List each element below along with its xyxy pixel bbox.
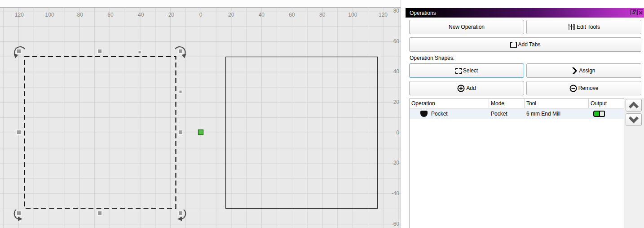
design-canvas[interactable]: -120-100-80-60-40-20020406080100120 8060… — [0, 0, 401, 228]
column-header-tool: Tool — [525, 99, 589, 108]
edit-tools-button[interactable]: Edit Tools — [526, 20, 641, 34]
move-operation-up-button[interactable] — [626, 99, 642, 112]
remove-label: Remove — [578, 85, 599, 91]
operations-table: Operation Mode Tool Output PocketPocket6… — [409, 98, 624, 228]
chevron-right-icon — [572, 67, 578, 74]
chevron-up-icon — [628, 101, 640, 110]
operation-shapes-label: Operation Shapes: — [410, 55, 454, 61]
operations-table-body: PocketPocket6 mm End Mill — [410, 108, 624, 119]
skew-handle-right[interactable] — [179, 90, 182, 94]
operations-panel: Operations New Operation Edit Tools Add … — [406, 8, 644, 228]
shape-layer — [0, 0, 401, 228]
add-shapes-button[interactable]: Add — [409, 81, 524, 95]
assign-shapes-button[interactable]: Assign — [526, 63, 641, 78]
rectangle-shape[interactable] — [226, 57, 378, 209]
operations-panel-titlebar[interactable]: Operations — [406, 8, 644, 18]
column-header-operation: Operation — [410, 99, 489, 108]
operation-name: Pocket — [431, 111, 448, 117]
tab-box-icon — [510, 42, 517, 48]
marquee-icon — [455, 68, 462, 74]
column-header-output: Output — [589, 99, 624, 108]
edit-tools-label: Edit Tools — [577, 24, 600, 30]
circle-plus-icon — [457, 85, 465, 92]
cam-application-window: -120-100-80-60-40-20020406080100120 8060… — [0, 0, 644, 228]
close-icon[interactable] — [637, 9, 643, 15]
select-label: Select — [463, 67, 478, 74]
tools-icon — [568, 23, 575, 31]
origin-pivot-handle[interactable] — [198, 130, 203, 135]
scale-handle-bottom-left[interactable] — [17, 211, 21, 215]
scale-handle-top-right[interactable] — [178, 49, 183, 54]
panel-title: Operations — [410, 10, 436, 16]
scale-handle-bottom-mid[interactable] — [97, 211, 102, 215]
assign-label: Assign — [579, 67, 595, 74]
add-tabs-button[interactable]: Add Tabs — [409, 37, 641, 52]
add-tabs-label: Add Tabs — [518, 41, 541, 48]
new-operation-label: New Operation — [449, 24, 485, 30]
scale-handle-top-left[interactable] — [17, 49, 21, 54]
circle-minus-icon — [569, 85, 577, 92]
move-operation-down-button[interactable] — [626, 113, 642, 126]
scale-handle-left-mid[interactable] — [17, 130, 21, 134]
new-operation-button[interactable]: New Operation — [409, 20, 524, 34]
scale-handle-right-mid[interactable] — [178, 130, 183, 134]
scale-handle-bottom-right[interactable] — [178, 211, 183, 215]
output-toggle[interactable] — [593, 111, 605, 117]
operation-tool: 6 mm End Mill — [525, 111, 589, 117]
skew-handle-top[interactable] — [138, 51, 141, 54]
float-icon[interactable] — [631, 9, 636, 15]
column-header-mode: Mode — [489, 99, 525, 108]
pocket-shape-icon — [420, 111, 428, 117]
table-side-strip — [624, 98, 644, 228]
scale-handle-top-mid[interactable] — [97, 49, 102, 54]
select-shapes-button[interactable]: Select — [409, 63, 524, 78]
selection-bounding-box[interactable] — [25, 57, 176, 208]
chevron-down-icon — [628, 115, 640, 124]
remove-shapes-button[interactable]: Remove — [526, 81, 641, 95]
operation-mode: Pocket — [489, 111, 525, 117]
add-label: Add — [466, 85, 476, 91]
operation-row[interactable]: PocketPocket6 mm End Mill — [410, 108, 624, 119]
operations-table-header: Operation Mode Tool Output — [410, 99, 624, 108]
